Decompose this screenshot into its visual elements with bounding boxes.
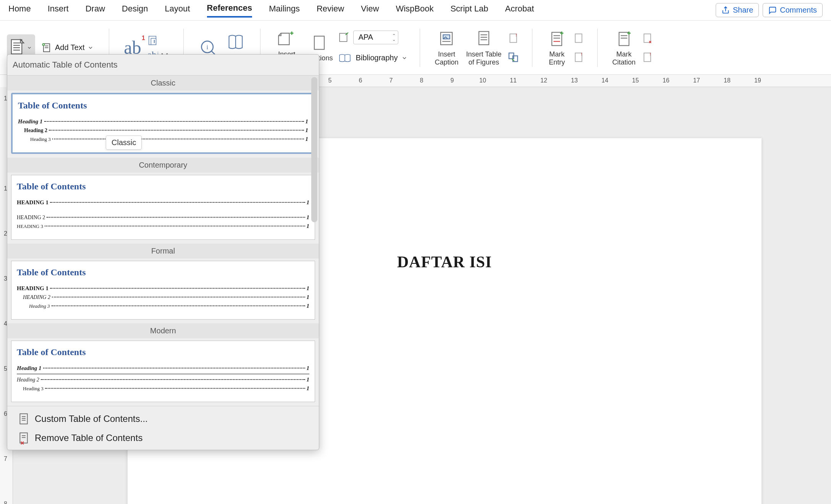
bibliography-label: Bibliography bbox=[356, 53, 398, 62]
ruler-mark: 9 bbox=[451, 77, 454, 84]
svg-text:i: i bbox=[207, 44, 209, 51]
toc-leader-dots bbox=[43, 368, 305, 368]
svg-rect-23 bbox=[479, 31, 489, 45]
ruler-mark: 10 bbox=[479, 77, 486, 84]
custom-toc-label: Custom Table of Contents... bbox=[35, 414, 148, 424]
toc-leader-dots bbox=[47, 217, 305, 218]
ruler-mark: 15 bbox=[632, 77, 639, 84]
ruler-mark: 17 bbox=[693, 77, 700, 84]
toc-heading-label: HEADING 2 bbox=[17, 215, 45, 221]
mark-citation-button[interactable]: Mark Citation bbox=[610, 27, 638, 68]
update-index-icon: ! bbox=[573, 52, 584, 63]
tab-references[interactable]: References bbox=[207, 3, 252, 18]
toc-heading-label: Heading 3 bbox=[29, 303, 50, 309]
toc-preview-line: HEADING 21 bbox=[17, 294, 309, 300]
toc-page-number: 1 bbox=[307, 285, 310, 292]
toc-style-preview-classic[interactable]: Table of ContentsHeading 11Heading 21Hea… bbox=[11, 93, 315, 154]
style-icon bbox=[338, 32, 349, 43]
toc-preview-title: Table of Contents bbox=[17, 347, 309, 357]
update-index-button[interactable]: ! bbox=[572, 51, 585, 64]
toc-preview-title: Table of Contents bbox=[17, 181, 309, 192]
custom-toc-icon bbox=[18, 412, 29, 425]
citation-style-select[interactable]: APA ⌃ ⌄ bbox=[353, 31, 398, 44]
tab-draw[interactable]: Draw bbox=[86, 4, 105, 17]
custom-toc-button[interactable]: Custom Table of Contents... bbox=[7, 409, 319, 428]
mark-entry-label: Mark Entry bbox=[549, 50, 565, 66]
stepper-down-icon[interactable]: ⌄ bbox=[392, 37, 396, 41]
toc-preview-line: HEADING 11 bbox=[17, 199, 309, 206]
chevron-down-icon bbox=[401, 55, 407, 61]
ruler-mark: 5 bbox=[328, 77, 332, 84]
update-toa-button[interactable]: ! bbox=[641, 51, 654, 64]
toc-preview-line: Heading 11 bbox=[17, 365, 309, 372]
toc-leader-dots bbox=[50, 288, 305, 289]
update-toa-icon: ! bbox=[642, 52, 653, 63]
tab-view[interactable]: View bbox=[361, 4, 379, 17]
toc-heading-label: HEADING 3 bbox=[17, 223, 43, 229]
ruler-mark: 6 bbox=[359, 77, 362, 84]
citations-icon bbox=[309, 33, 329, 53]
chevron-down-icon bbox=[87, 45, 94, 51]
mark-entry-button[interactable]: Mark Entry bbox=[545, 27, 569, 68]
toc-style-tooltip: Classic bbox=[106, 136, 142, 150]
toc-preview-line: Heading 31 bbox=[17, 303, 309, 309]
share-button[interactable]: Share bbox=[716, 3, 759, 17]
add-text-label: Add Text bbox=[55, 43, 84, 52]
tab-wispbook[interactable]: WispBook bbox=[396, 4, 433, 17]
update-tof-button[interactable]: ! bbox=[507, 32, 520, 45]
add-text-button[interactable]: Add Text bbox=[38, 40, 97, 55]
toc-page-number: 1 bbox=[307, 365, 310, 372]
toc-page-number: 1 bbox=[306, 118, 309, 125]
insert-toa-button[interactable] bbox=[641, 32, 654, 45]
toc-page-number: 1 bbox=[307, 303, 310, 309]
tab-layout[interactable]: Layout bbox=[165, 4, 190, 17]
svg-rect-17 bbox=[314, 36, 324, 50]
toc-page-number: 1 bbox=[307, 199, 310, 206]
tab-review[interactable]: Review bbox=[317, 4, 344, 17]
bibliography-button[interactable]: Bibliography bbox=[338, 51, 407, 65]
svg-rect-34 bbox=[576, 34, 582, 42]
svg-text:!: ! bbox=[516, 33, 517, 37]
cross-reference-button[interactable] bbox=[507, 51, 520, 64]
insert-caption-button[interactable]: Insert Caption bbox=[432, 27, 461, 68]
toc-page-number: 1 bbox=[307, 385, 310, 392]
tab-scriptlab[interactable]: Script Lab bbox=[450, 4, 488, 17]
insert-toa-icon bbox=[642, 32, 653, 44]
toc-heading-label: Heading 2 bbox=[17, 377, 39, 383]
svg-text:i: i bbox=[154, 39, 155, 43]
comments-button[interactable]: Comments bbox=[763, 3, 823, 17]
remove-toc-label: Remove Table of Contents bbox=[35, 433, 142, 443]
toc-style-label: Modern bbox=[7, 323, 319, 338]
svg-rect-11 bbox=[151, 38, 156, 45]
insert-citation-icon bbox=[277, 29, 297, 49]
tab-design[interactable]: Design bbox=[122, 4, 148, 17]
insert-endnote-button[interactable]: i bbox=[147, 34, 171, 47]
toc-page-number: 1 bbox=[307, 294, 310, 300]
comments-icon bbox=[768, 6, 777, 15]
toc-leader-dots bbox=[49, 130, 304, 131]
ruler-mark: 19 bbox=[754, 77, 761, 84]
toc-style-preview-contemporary[interactable]: Table of ContentsHEADING 11HEADING 21HEA… bbox=[11, 175, 315, 240]
tab-home[interactable]: Home bbox=[8, 4, 31, 17]
researcher-icon bbox=[226, 33, 246, 53]
ruler-mark: 8 bbox=[420, 77, 424, 84]
toc-style-preview-formal[interactable]: Table of ContentsHEADING 11HEADING 21Hea… bbox=[11, 261, 315, 320]
tab-insert[interactable]: Insert bbox=[48, 4, 69, 17]
stepper-up-icon[interactable]: ⌃ bbox=[392, 34, 396, 37]
comments-label: Comments bbox=[780, 6, 817, 15]
share-label: Share bbox=[733, 6, 753, 15]
toc-preview-line: HEADING 31 bbox=[17, 223, 309, 229]
toc-leader-dots bbox=[52, 297, 305, 297]
insert-index-button[interactable] bbox=[572, 32, 585, 45]
remove-toc-button[interactable]: Remove Table of Contents bbox=[7, 428, 319, 447]
toc-preview-line: Heading 31 bbox=[17, 385, 309, 392]
endnote-icon: i bbox=[147, 35, 159, 46]
toc-leader-dots bbox=[45, 226, 305, 226]
toc-scrollbar[interactable] bbox=[311, 77, 317, 222]
tab-mailings[interactable]: Mailings bbox=[269, 4, 300, 17]
insert-tof-button[interactable]: Insert Table of Figures bbox=[464, 27, 504, 68]
tab-acrobat[interactable]: Acrobat bbox=[505, 4, 534, 17]
svg-rect-31 bbox=[552, 32, 562, 45]
mark-citation-icon bbox=[614, 29, 634, 49]
toc-style-preview-modern[interactable]: Table of ContentsHeading 11Heading 21Hea… bbox=[11, 341, 315, 402]
